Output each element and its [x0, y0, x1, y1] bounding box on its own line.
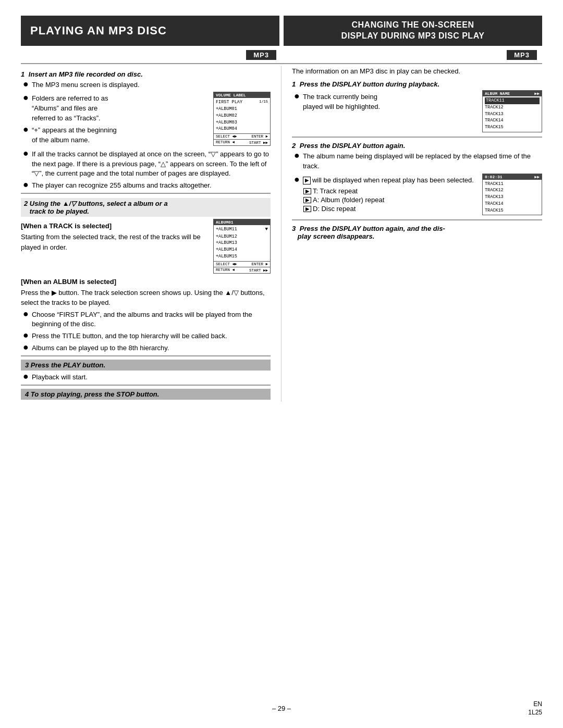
bullet-track-highlighted: ● The track currently beingplayed will b…: [292, 92, 478, 112]
right-step2-divider: [292, 137, 542, 138]
bullet-hierarchy: ● Albums can be played up to the 8th hie…: [21, 343, 271, 353]
screen-right2-track11: TRACK11: [485, 181, 540, 188]
right-step1-num: 1: [292, 80, 296, 88]
step1-num: 1: [21, 70, 25, 78]
bullet-mp3-menu-text: The MP3 menu screen is displayed.: [32, 80, 140, 90]
when-album-header: [When an ALBUM is selected]: [21, 278, 271, 286]
screen1-item-2: +ALBUM02: [216, 113, 268, 119]
bullet-255: ● The player can recognize 255 albums an…: [21, 181, 271, 191]
screen-album01: ALBUM01 +ALBUM11▼ +ALBUM12 +ALBUM13 +ALB…: [213, 219, 271, 274]
bullet-track-text: The track currently beingplayed will be …: [303, 92, 380, 112]
screen-right1-title: ALBUM NAME ▶▶: [483, 91, 542, 96]
repeat-T-text: T: Track repeat: [313, 187, 358, 195]
screen-album-name: ALBUM NAME ▶▶ TRACK11 TRACK12 TRACK13 TR…: [482, 90, 542, 132]
screen-right2-content: TRACK11 TRACK12 TRACK13 TRACK14 TRACK15: [483, 180, 542, 215]
step1-text: Insert an MP3 file recorded on disc.: [29, 70, 143, 78]
step4-divider: [21, 385, 271, 386]
screen-right2-track12: TRACK12: [485, 187, 540, 194]
screen2-item-4: +ALBUM14: [216, 246, 268, 253]
repeat-T-icon: ▶: [303, 188, 311, 194]
step2-num: 2: [24, 200, 28, 207]
step3-text: Press the PLAY button.: [31, 361, 105, 369]
mp3-badge-right: MP3: [507, 50, 537, 60]
mp3-badge-right-container: MP3: [282, 50, 542, 60]
screen1-item-3: +ALBUM03: [216, 119, 268, 126]
bullet-mp3-menu: ● The MP3 menu screen is displayed.: [21, 80, 271, 90]
bullet-choose: ● Choose “FIRST PLAY”, and the albums an…: [21, 310, 271, 330]
screen-right1-content: TRACK11 TRACK12 TRACK13 TRACK14 TRACK15: [483, 96, 542, 132]
step3-bar: 3 Press the PLAY button.: [21, 360, 271, 371]
screen1-item-4: +ALBUM04: [216, 126, 268, 132]
main-divider: [21, 63, 542, 64]
bullet-pages-text: If all the tracks cannot be displayed at…: [32, 150, 271, 179]
bullet-repeat-section: ● ▶will be displayed when repeat play ha…: [292, 174, 542, 216]
repeat-D-icon: ▶: [303, 206, 311, 212]
screen2-footer: SELECT ◄►ENTER ►: [214, 261, 270, 267]
right-step2-num: 2: [292, 142, 296, 150]
page-footer: – 29 – EN 1L25: [0, 705, 563, 712]
screen-right1-track13: TRACK13: [485, 111, 540, 118]
screen1-content: FIRST PLAY1/15 +ALBUM01 +ALBUM02 +ALBUM0…: [214, 98, 270, 133]
when-album-text: Press the ▶ button. The track selection …: [21, 288, 271, 308]
lang-model-label: EN 1L25: [528, 700, 542, 717]
bullet-folders-text: Folders are referred to as“Albums” and f…: [32, 94, 108, 124]
page: PLAYING AN MP3 DISC CHANGING THE ON-SCRE…: [0, 0, 563, 728]
screen1-item-1: +ALBUM01: [216, 106, 268, 113]
screen-right2-title: 0:02:31 ▶▶: [483, 174, 542, 180]
left-title: PLAYING AN MP3 DISC: [30, 24, 167, 38]
bullet-dot-album: ●: [294, 151, 300, 160]
right-step3-num: 3: [292, 225, 296, 232]
bullet-pages: ● If all the tracks cannot be displayed …: [21, 150, 271, 179]
repeat-T-item: ▶ T: Track repeat: [303, 187, 478, 195]
screen-right2-track15: TRACK15: [485, 207, 540, 214]
bullet-repeat-icon-text: ▶will be displayed when repeat play has …: [303, 176, 474, 186]
bullet-track-section: ● The track currently beingplayed will b…: [292, 90, 542, 132]
two-column-layout: 1 Insert an MP3 file recorded on disc. ●…: [21, 66, 542, 402]
bullet-dot-3: ●: [23, 125, 29, 134]
bullet-album-replaced: ● The album name being displayed will be…: [292, 152, 542, 171]
screen-right2-track13: TRACK13: [485, 194, 540, 201]
right-step2-text: Press the DISPLAY button again.: [300, 142, 406, 150]
bullet-title-btn: ● Press the TITLE button, and the top hi…: [21, 331, 271, 341]
screen2-title: ALBUM01: [214, 219, 270, 225]
bullet-album-text: The album name being displayed will be r…: [303, 152, 542, 171]
screen-time-display: 0:02:31 ▶▶ TRACK11 TRACK12 TRACK13 TRACK…: [482, 174, 542, 216]
when-track-text: Starting from the selected track, the re…: [21, 232, 209, 252]
bullet-255-text: The player can recognize 255 albums and …: [32, 181, 212, 191]
bullet-repeat-text-area: ● ▶will be displayed when repeat play ha…: [292, 174, 478, 214]
step4-text: To stop playing, press the STOP button.: [31, 390, 160, 398]
step3-num: 3: [25, 361, 29, 369]
bullet-plus: ● “+” appears at the beginningof the alb…: [21, 126, 209, 145]
screen-right2-track14: TRACK14: [485, 201, 540, 207]
bullet-repeat-main: ● ▶will be displayed when repeat play ha…: [292, 176, 478, 186]
repeat-A-item: ▶ A: Album (folder) repeat: [303, 196, 478, 204]
screen2-content: +ALBUM11▼ +ALBUM12 +ALBUM13 +ALBUM14 +AL…: [214, 225, 270, 261]
bullet-dot-choose: ●: [23, 309, 29, 318]
step3-divider: [21, 355, 271, 356]
repeat-A-icon: ▶: [303, 197, 311, 203]
repeat-A-text: A: Album (folder) repeat: [313, 196, 384, 204]
bullet-dot-repeat: ●: [294, 175, 300, 184]
bullet-playback: ● Playback will start.: [21, 373, 271, 382]
bullet-dot-track: ●: [294, 91, 300, 101]
when-track-header: [When a TRACK is selected]: [21, 222, 209, 230]
bullet-folders-section: ● Folders are referred to as“Albums” and…: [21, 92, 271, 147]
step4-bar: 4 To stop playing, press the STOP button…: [21, 389, 271, 400]
screen-right1-track11: TRACK11: [485, 97, 540, 104]
repeat-D-item: ▶ D: Disc repeat: [303, 205, 478, 213]
step2-divider: [21, 193, 271, 194]
bullet-folders-text-area: ● Folders are referred to as“Albums” and…: [21, 92, 209, 147]
right-step1-text: Press the DISPLAY button during playback…: [300, 80, 439, 88]
when-track-text-area: [When a TRACK is selected] Starting from…: [21, 219, 209, 254]
step2-bar: 2 Using the ▲/▽ buttons, select a album …: [21, 198, 271, 217]
screen1-footer2: RETURN ◄START ▶▶: [214, 139, 270, 145]
right-title: CHANGING THE ON-SCREEN DISPLAY DURING MP…: [341, 20, 485, 42]
bullet-plus-text: “+” appears at the beginningof the album…: [32, 126, 117, 145]
left-header: PLAYING AN MP3 DISC: [21, 16, 279, 46]
right-intro: The information on an MP3 disc in play c…: [292, 66, 542, 77]
step1-header: 1 Insert an MP3 file recorded on disc.: [21, 70, 271, 78]
screen2-item-5: +ALBUM15: [216, 253, 268, 260]
repeat-icon-main: ▶: [303, 177, 311, 184]
bullet-track-text-area: ● The track currently beingplayed will b…: [292, 90, 478, 114]
bullet-folders: ● Folders are referred to as“Albums” and…: [21, 94, 209, 124]
